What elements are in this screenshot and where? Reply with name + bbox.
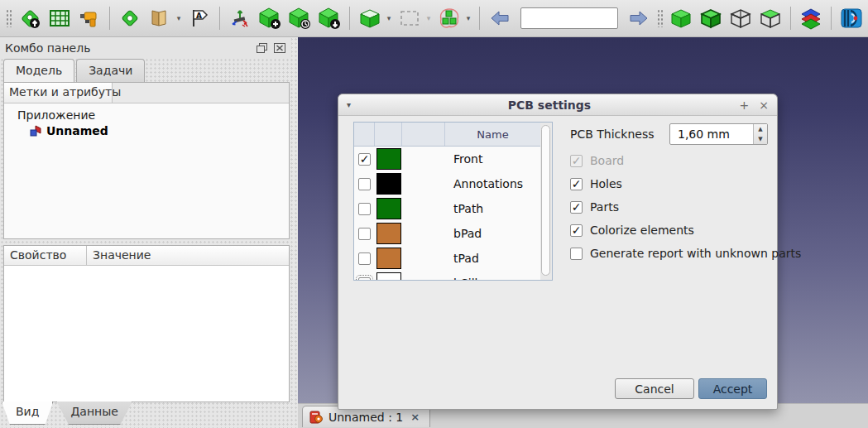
- layer-visible-checkbox[interactable]: [358, 178, 371, 190]
- option-checkbox[interactable]: ✓: [570, 224, 583, 237]
- layer-color-swatch[interactable]: [376, 223, 401, 244]
- toolbar-text-input[interactable]: [520, 7, 618, 29]
- property-header-row: Свойство Значение: [4, 246, 289, 266]
- layer-name: bSilk: [445, 277, 542, 281]
- kicad-button[interactable]: [837, 3, 866, 33]
- model-history-button[interactable]: [285, 3, 314, 33]
- property-list[interactable]: [4, 266, 289, 402]
- layer-name: Front: [445, 152, 542, 166]
- tab-data[interactable]: Данные: [56, 402, 132, 425]
- selection-box-button[interactable]: [396, 3, 424, 33]
- panel-splitter[interactable]: [3, 239, 290, 245]
- layer-row[interactable]: tPad: [354, 246, 542, 271]
- layer-visible-checkbox[interactable]: [358, 252, 371, 265]
- pcb-thickness-spinbox[interactable]: 1,60 mm ▲ ▼: [669, 123, 768, 145]
- display-wireframe-button[interactable]: [727, 3, 755, 33]
- panel-float-button[interactable]: [255, 42, 269, 55]
- layer-visible-checkbox[interactable]: [358, 277, 371, 281]
- layer-row[interactable]: ✓Front: [354, 147, 542, 171]
- option-row[interactable]: ✓Parts: [570, 195, 801, 219]
- dialog-close-button[interactable]: ×: [759, 99, 769, 112]
- annotation-flag-button[interactable]: A: [185, 3, 213, 33]
- layers-scrollbar[interactable]: [540, 123, 552, 280]
- layers-button[interactable]: [797, 3, 825, 33]
- option-checkbox[interactable]: ✓: [570, 178, 583, 190]
- document-tab-label: Unnamed : 1: [328, 411, 403, 424]
- cancel-button[interactable]: Cancel: [615, 378, 694, 399]
- display-solid-button[interactable]: [667, 3, 695, 33]
- option-checkbox[interactable]: ✓: [570, 201, 583, 214]
- layer-color-swatch[interactable]: [376, 173, 401, 195]
- nav-back-button[interactable]: [486, 3, 514, 33]
- layer-color-swatch[interactable]: [376, 248, 401, 269]
- download-model-button[interactable]: [315, 3, 343, 33]
- explode-dropdown-arrow[interactable]: ▾: [463, 14, 473, 22]
- layer-color-swatch[interactable]: [376, 198, 401, 219]
- color-col-header[interactable]: [375, 123, 402, 146]
- tab-view[interactable]: Вид: [2, 402, 53, 425]
- accept-button[interactable]: Accept: [698, 378, 767, 399]
- option-row[interactable]: Generate report with unknown parts: [570, 242, 801, 265]
- panel-close-button[interactable]: [272, 42, 286, 55]
- option-checkbox[interactable]: [570, 248, 583, 260]
- layer-row[interactable]: bPad: [354, 221, 542, 246]
- solid-cube-button[interactable]: [356, 3, 384, 33]
- option-row[interactable]: ✓Board: [570, 149, 801, 172]
- layer-visible-checkbox[interactable]: [358, 203, 371, 215]
- solid-dropdown-arrow[interactable]: ▾: [384, 14, 394, 22]
- nav-forward-button[interactable]: [625, 3, 653, 33]
- selection-dropdown-arrow[interactable]: ▾: [424, 14, 434, 22]
- tab-tasks[interactable]: Задачи: [76, 59, 145, 82]
- tree-header-labels[interactable]: Метки и атрибуты: [4, 83, 113, 103]
- extra-col-header[interactable]: [402, 123, 445, 146]
- toolbar-separator: [219, 7, 220, 30]
- dialog-titlebar[interactable]: ▾ PCB settings + ×: [338, 94, 777, 116]
- layer-visible-checkbox[interactable]: [358, 228, 371, 240]
- tab-model[interactable]: Модель: [3, 59, 74, 83]
- add-model-button[interactable]: [256, 3, 284, 33]
- spin-down-icon[interactable]: ▼: [754, 134, 767, 144]
- option-row[interactable]: ✓Holes: [570, 172, 801, 195]
- parts-list-button[interactable]: [46, 3, 74, 33]
- property-col-header[interactable]: Свойство: [4, 246, 87, 265]
- dialog-shade-button[interactable]: +: [740, 99, 750, 112]
- layer-row[interactable]: tPath: [354, 196, 542, 221]
- float-icon: [257, 43, 267, 53]
- layers-table-header: Name: [354, 123, 552, 147]
- model-tree[interactable]: Приложение Unnamed: [4, 103, 289, 238]
- library-dropdown-arrow[interactable]: ▾: [174, 14, 184, 22]
- tree-root-application[interactable]: Приложение: [4, 107, 289, 123]
- value-col-header[interactable]: Значение: [87, 246, 289, 265]
- spin-up-icon[interactable]: ▲: [754, 124, 767, 134]
- library-folder-button[interactable]: [146, 3, 174, 33]
- layer-row[interactable]: bSilk: [354, 271, 542, 281]
- option-row[interactable]: ✓Colorize elements: [570, 219, 801, 242]
- layer-row[interactable]: Annotations: [354, 171, 542, 196]
- document-tab-close-icon[interactable]: ×: [409, 411, 421, 423]
- layer-color-swatch[interactable]: [376, 272, 401, 281]
- toolbar-grip[interactable]: [6, 9, 12, 27]
- explode-groups-button[interactable]: [435, 3, 463, 33]
- layer-visible-checkbox[interactable]: ✓: [358, 153, 371, 166]
- pcb-export-button[interactable]: [16, 3, 44, 33]
- toolbar-grip[interactable]: [657, 9, 663, 27]
- dialog-menu-icon[interactable]: ▾: [347, 100, 363, 109]
- annotation-flag-icon: A: [189, 7, 210, 29]
- drill-button[interactable]: [75, 3, 103, 33]
- pad-button[interactable]: [116, 3, 144, 33]
- tree-item-unnamed[interactable]: Unnamed: [4, 123, 289, 138]
- nav-forward-icon: [628, 7, 650, 29]
- layers-scrollbar-thumb[interactable]: [541, 125, 550, 276]
- toolbar-separator: [790, 7, 791, 30]
- visible-col-header[interactable]: [354, 123, 375, 146]
- combo-panel-titlebar: Комбо панель: [0, 37, 291, 59]
- option-label: Generate report with unknown parts: [590, 247, 801, 260]
- dialog-buttons: Cancel Accept: [615, 378, 767, 399]
- pcb-thickness-value[interactable]: 1,60 mm: [670, 124, 753, 144]
- name-col-header[interactable]: Name: [445, 123, 552, 146]
- display-shaded-button[interactable]: [697, 3, 725, 33]
- display-hybrid-button[interactable]: [756, 3, 784, 33]
- assembly-axes-button[interactable]: [226, 3, 254, 33]
- toolbar-separator: [109, 7, 110, 30]
- layer-color-swatch[interactable]: [376, 148, 401, 170]
